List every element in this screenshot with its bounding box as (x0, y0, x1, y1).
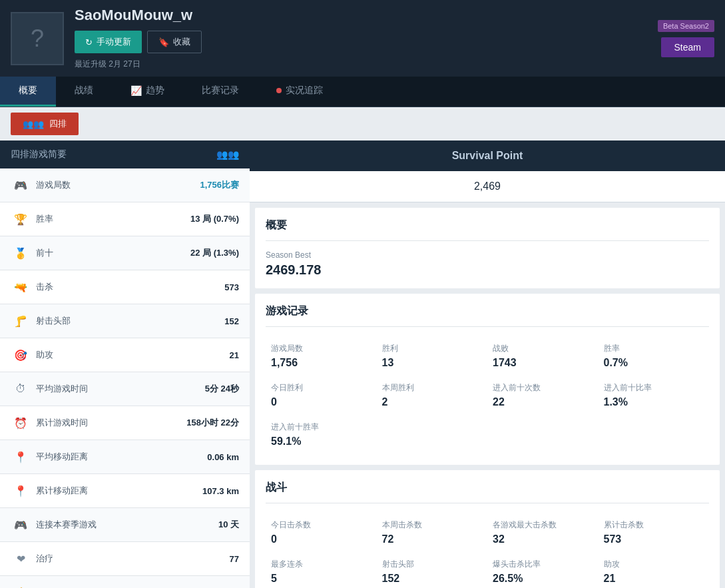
last-update: 最近升级 2月 27日 (75, 59, 658, 70)
grid-today-kills: 今日击杀数 0 (266, 513, 377, 552)
right-panel: Survival Point 2,469 概要 Season Best 2469… (250, 141, 725, 588)
season-best-value: 2469.178 (266, 262, 709, 278)
stat-row-totaltime: ⏰ 累计游戏时间 158小时 22分 (0, 406, 250, 440)
totaltime-label: 累计游戏时间 (36, 417, 186, 429)
assists-label: 助攻 (36, 349, 230, 361)
header: ? SaoMouMouw_w ↻ 手动更新 🔖 收藏 最近升级 2月 27日 B… (0, 0, 725, 77)
grid-losses: 战败 1743 (487, 336, 599, 376)
stat-row-avgtime: ⏱ 平均游戏时间 5分 24秒 (0, 372, 250, 406)
group-icon: 👥👥 (23, 119, 44, 129)
avgdist-value: 0.06 km (207, 452, 239, 462)
tab-stats[interactable]: 战绩 (56, 77, 112, 107)
kills-label: 击杀 (36, 281, 224, 293)
stat-row-winrate: 🏆 胜率 13 局 (0.7%) (0, 202, 250, 236)
header-right: Beta Season2 Steam (658, 20, 714, 57)
grid-winrate: 胜率 0.7% (599, 336, 710, 376)
collect-button[interactable]: 🔖 收藏 (147, 31, 202, 53)
winrate-value: 13 局 (0.7%) (190, 213, 239, 225)
overview-title: 概要 (266, 218, 709, 241)
mode-selector: 👥👥 四排 (0, 107, 725, 141)
avgdist-label: 平均移动距离 (36, 451, 207, 463)
top10-icon: 🥇 (11, 243, 31, 263)
stat-row-headshots: 🦵 射击头部 152 (0, 304, 250, 338)
grid-week-wins: 本周胜利 2 (377, 376, 488, 415)
days-icon: 🎮 (11, 515, 31, 535)
boost-icon: 👍 (11, 583, 31, 588)
headshot-label: 射击头部 (36, 315, 224, 327)
games-value: 1,756比赛 (200, 179, 239, 191)
headshot-icon: 🦵 (11, 311, 31, 331)
headshot-value: 152 (224, 316, 239, 326)
avgdist-icon: 📍 (11, 447, 31, 467)
trend-icon: 📈 (130, 85, 142, 96)
grid-today-wins: 今日胜利 0 (266, 376, 377, 415)
trophy-icon: 🏆 (11, 209, 31, 229)
tab-trend[interactable]: 📈 趋势 (112, 77, 183, 107)
stat-row-boost: 👍 增加 223 (0, 576, 250, 588)
update-button[interactable]: ↻ 手动更新 (75, 31, 142, 53)
kills-icon: 🔫 (11, 277, 31, 297)
left-panel: 四排游戏简要 👥👥 🎮 游戏局数 1,756比赛 🏆 胜率 13 局 (0.7%… (0, 141, 250, 588)
heal-label: 治疗 (36, 553, 230, 565)
left-panel-title: 四排游戏简要 (11, 148, 67, 160)
header-info: SaoMouMouw_w ↻ 手动更新 🔖 收藏 最近升级 2月 27日 (75, 7, 658, 70)
grid-headshots: 射击头部 152 (377, 552, 488, 588)
avgtime-icon: ⏱ (11, 379, 31, 399)
grid-top10-rate: 进入前十比率 1.3% (599, 376, 710, 415)
tab-overview[interactable]: 概要 (0, 77, 56, 107)
grid-assists: 助攻 21 (599, 552, 710, 588)
season-best-label: Season Best (266, 250, 709, 260)
stat-row-days: 🎮 连接本赛季游戏 10 天 (0, 508, 250, 542)
tab-matches[interactable]: 比赛记录 (183, 77, 258, 107)
totaltime-icon: ⏰ (11, 413, 31, 433)
live-dot-icon (276, 88, 282, 93)
battle-section: 战斗 今日击杀数 0 本周击杀数 72 各游戏最大击杀数 32 累计击杀数 57… (255, 470, 720, 588)
sp-value: 2,469 (250, 171, 725, 202)
assists-icon: 🎯 (11, 345, 31, 365)
grid-hs-rate: 爆头击杀比率 26.5% (487, 552, 599, 588)
refresh-icon: ↻ (85, 37, 93, 47)
winrate-label: 胜率 (36, 213, 190, 225)
game-record-grid2: 进入前十胜率 59.1% (266, 415, 709, 454)
avatar: ? (11, 12, 64, 65)
totaldist-label: 累计移动距离 (36, 485, 202, 497)
heal-value: 77 (230, 554, 239, 564)
stat-row-totaldist: 📍 累计移动距离 107.3 km (0, 474, 250, 508)
grid-week-kills: 本周击杀数 72 (377, 513, 488, 552)
stat-row-assists: 🎯 助攻 21 (0, 338, 250, 372)
totaldist-value: 107.3 km (202, 486, 239, 496)
totaltime-value: 158小时 22分 (186, 417, 239, 429)
bookmark-icon: 🔖 (158, 37, 169, 47)
battle-title: 战斗 (266, 481, 709, 503)
game-record-title: 游戏记录 (266, 304, 709, 327)
avgtime-label: 平均游戏时间 (36, 383, 205, 395)
left-panel-header: 四排游戏简要 👥👥 (0, 141, 250, 168)
main-content: 四排游戏简要 👥👥 🎮 游戏局数 1,756比赛 🏆 胜率 13 局 (0.7%… (0, 141, 725, 588)
assists-value: 21 (230, 350, 239, 360)
steam-button[interactable]: Steam (661, 37, 714, 57)
sp-header: Survival Point (250, 141, 725, 171)
tab-live[interactable]: 实况追踪 (258, 77, 342, 107)
games-icon: 🎮 (11, 175, 31, 195)
header-buttons: ↻ 手动更新 🔖 收藏 (75, 31, 658, 53)
grid-wins: 胜利 13 (377, 336, 488, 376)
mode-button[interactable]: 👥👥 四排 (11, 113, 79, 135)
totaldist-icon: 📍 (11, 481, 31, 501)
days-label: 连接本赛季游戏 (36, 519, 218, 531)
grid-streak: 最多连杀 5 (266, 552, 377, 588)
kills-value: 573 (224, 282, 239, 292)
nav-tabs: 概要 战绩 📈 趋势 比赛记录 实况追踪 (0, 77, 725, 107)
grid-top10-winrate: 进入前十胜率 59.1% (266, 415, 377, 454)
stat-row-heal: ❤ 治疗 77 (0, 542, 250, 576)
game-record-section: 游戏记录 游戏局数 1,756 胜利 13 战败 1743 胜率 0.7% (255, 294, 720, 465)
heal-icon: ❤ (11, 549, 31, 569)
battle-grid: 今日击杀数 0 本周击杀数 72 各游戏最大击杀数 32 累计击杀数 573 最… (266, 513, 709, 588)
grid-total-games: 游戏局数 1,756 (266, 336, 377, 376)
top10-value: 22 局 (1.3%) (190, 247, 239, 259)
games-label: 游戏局数 (36, 179, 200, 191)
days-value: 10 天 (218, 519, 239, 531)
stat-row-kills: 🔫 击杀 573 (0, 270, 250, 304)
grid-top10-count: 进入前十次数 22 (487, 376, 599, 415)
grid-total-kills: 累计击杀数 573 (599, 513, 710, 552)
group-icon-header: 👥👥 (216, 149, 239, 160)
